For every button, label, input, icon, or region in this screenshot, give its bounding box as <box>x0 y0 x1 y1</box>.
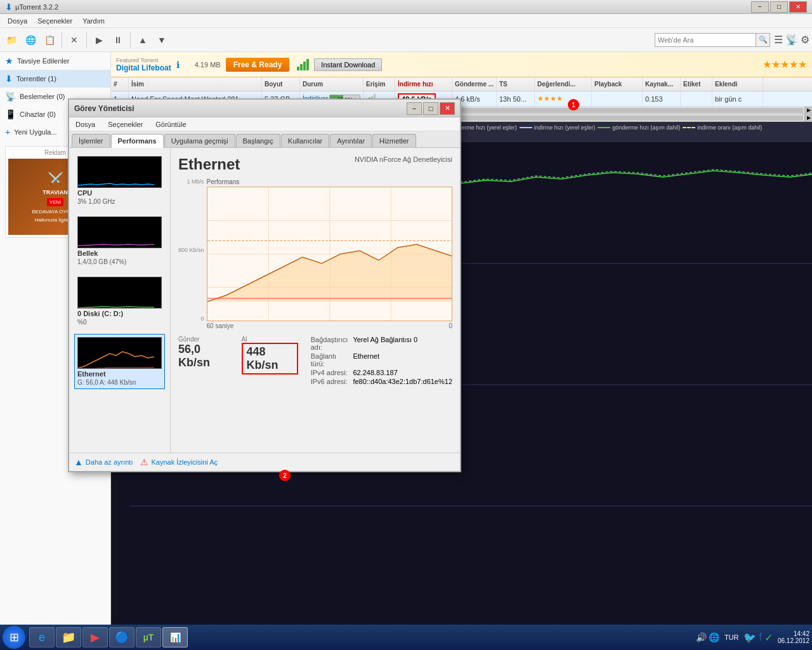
menu-item-yardim[interactable]: Yardım <box>77 16 110 26</box>
tray-icon-2[interactable]: 🌐 <box>709 632 719 642</box>
chrome-icon: 🔵 <box>115 630 129 644</box>
col-status[interactable]: Durum <box>300 77 363 91</box>
tm-minimize-button[interactable]: − <box>407 102 422 115</box>
tm-menu-secenekler[interactable]: Seçenekler <box>102 119 149 129</box>
tm-left-panel: CPU 3% 1,00 GHz Bellek 1,4/3,0 GB (47%) <box>69 148 171 453</box>
less-detail-label: Daha az ayrıntı <box>86 458 133 466</box>
col-ts[interactable]: TS <box>497 77 535 91</box>
utorrent-tray-icon[interactable]: ✓ <box>764 632 773 644</box>
rss-icon[interactable]: 📡 <box>785 34 798 46</box>
tm-tab-baslangic[interactable]: Başlangıç <box>236 134 280 147</box>
resource-icon: ⚠ <box>140 457 148 467</box>
separator-1 <box>62 32 62 48</box>
tm-tab-hizmetler[interactable]: Hizmetler <box>372 134 416 147</box>
close-button[interactable]: ✕ <box>789 1 807 13</box>
tm-resource-monitor-button[interactable]: ⚠ Kaynak İzleyicisini Aç <box>140 457 218 467</box>
col-source[interactable]: Kaynak... <box>643 77 681 91</box>
clock-display: 14:42 06.12.2012 <box>778 630 809 644</box>
tm-disk-item[interactable]: 0 Diski (C: D:) %0 <box>74 274 165 329</box>
adapter-name-val: Yerel Ağ Bağlantısı 0 <box>353 336 452 351</box>
adapter-name-key: Bağdaştırıcı adı: <box>311 336 348 351</box>
legend-item-7: indirme oranı (aşım dahil) <box>683 124 762 131</box>
tm-title: Görev Yöneticisi <box>74 104 134 113</box>
tm-tab-kullanicilar[interactable]: Kullanıcılar <box>281 134 329 147</box>
tm-eth-item[interactable]: Ethernet G: 56,0 A: 448 Kb/sn <box>74 334 165 389</box>
tm-close-button[interactable]: ✕ <box>440 102 455 115</box>
facebook-icon[interactable]: f <box>759 632 761 643</box>
clock-date: 06.12.2012 <box>778 637 809 644</box>
taskbar-chrome-button[interactable]: 🔵 <box>109 627 134 647</box>
info-icon[interactable]: ℹ <box>176 60 180 70</box>
list-view-icon[interactable]: ☰ <box>774 34 783 46</box>
col-num[interactable]: # <box>111 77 129 91</box>
settings-icon[interactable]: ⚙ <box>801 34 809 46</box>
menu-item-dosya[interactable]: Dosya <box>3 16 32 26</box>
scroll-right-arrow-2[interactable]: ▶ <box>804 114 812 122</box>
start-button[interactable]: ⊞ <box>3 626 25 649</box>
tm-cpu-value: 3% 1,00 GHz <box>77 198 162 205</box>
tm-cpu-item[interactable]: CPU 3% 1,00 GHz <box>74 153 165 208</box>
search-button[interactable]: 🔍 <box>756 33 770 47</box>
tm-mem-item[interactable]: Bellek 1,4/3,0 GB (47%) <box>74 213 165 269</box>
tm-send-value: 56,0 Kb/sn <box>178 343 229 369</box>
pause-button[interactable]: ⏸ <box>109 31 127 49</box>
twitter-icon[interactable]: 🐦 <box>743 632 756 644</box>
col-upload[interactable]: Gönderme ... <box>452 77 497 91</box>
taskbar-ie-button[interactable]: e <box>29 627 55 647</box>
tm-tab-islemler[interactable]: İşlemler <box>72 134 110 147</box>
sidebar-label-torrentler: Torrentler (1) <box>16 75 56 83</box>
tm-section-title: Ethernet <box>178 156 240 173</box>
tm-tabs: İşlemler Performans Uygulama geçmişi Baş… <box>69 131 460 148</box>
annotation-2: 2 <box>279 470 291 481</box>
y-mid: 800 Kb/sn <box>178 247 204 253</box>
tm-tab-ayrintilar[interactable]: Ayrıntılar <box>330 134 372 147</box>
col-label[interactable]: Etiket <box>681 77 712 91</box>
taskbar-folder-button[interactable]: 📁 <box>56 627 81 647</box>
row-label <box>681 91 712 106</box>
tm-right-panel: Ethernet NVIDIA nForce Ağ Denetleyicisi … <box>171 148 460 453</box>
taskbar-taskman-button[interactable]: 📊 <box>162 627 188 647</box>
tm-menu-dosya[interactable]: Dosya <box>69 119 102 129</box>
col-download[interactable]: İndirme hızı <box>395 77 452 91</box>
row-source: 0.153 <box>643 91 681 106</box>
tm-chart-section: 1 Mb/s 800 Kb/sn 0 Performans <box>178 178 452 331</box>
col-added[interactable]: Eklendi <box>712 77 763 91</box>
down-button[interactable]: ▼ <box>153 31 171 49</box>
remove-button[interactable]: ✕ <box>65 31 83 49</box>
sidebar-item-tavsiye[interactable]: ★ Tavsiye Edilenler <box>0 52 110 70</box>
sidebar-item-torrentler[interactable]: ⬇ Torrentler (1) <box>0 70 110 88</box>
tm-tab-performans[interactable]: Performans <box>111 134 164 148</box>
col-size[interactable]: Boyut <box>262 77 300 91</box>
legend-label-5: indirme hızı (yerel eşler) <box>534 124 596 131</box>
toolbar-icons-right: ☰ 📡 ⚙ <box>774 34 809 46</box>
tm-disk-label: 0 Diski (C: D:) <box>77 310 162 317</box>
col-access[interactable]: Erişim <box>363 77 395 91</box>
taskman-icon: 📊 <box>170 632 181 642</box>
add-torrent-button[interactable]: 📁 <box>3 31 20 49</box>
up-button[interactable]: ▲ <box>134 31 152 49</box>
tray-icon-1[interactable]: 🔊 <box>696 632 707 642</box>
search-input[interactable] <box>655 33 756 47</box>
menu-item-secenekler[interactable]: Seçenekler <box>32 16 77 26</box>
tm-tab-uygulama[interactable]: Uygulama geçmişi <box>164 134 235 147</box>
tm-maximize-button[interactable]: □ <box>423 102 438 115</box>
free-ready-button[interactable]: Free & Ready <box>226 58 290 72</box>
maximize-button[interactable]: □ <box>770 1 788 13</box>
taskbar-utorrent-button[interactable]: µT <box>136 627 161 647</box>
col-name[interactable]: İsim <box>129 77 262 91</box>
start-button[interactable]: ▶ <box>90 31 108 49</box>
instant-download-button[interactable]: Instant Download <box>314 58 382 71</box>
separator-3 <box>130 32 131 48</box>
featured-name[interactable]: Digital Lifeboat <box>116 63 171 72</box>
minimize-button[interactable]: − <box>751 1 769 13</box>
scroll-right-arrow[interactable]: ▶ <box>804 107 812 114</box>
ipv4-val: 62.248.83.187 <box>353 369 452 376</box>
col-rating[interactable]: Değerlendi... <box>535 77 592 91</box>
col-playback[interactable]: Playback <box>592 77 643 91</box>
taskbar-media-button[interactable]: ▶ <box>82 627 108 647</box>
tm-menu-goruntule[interactable]: Görüntüle <box>149 119 192 129</box>
add-url-button[interactable]: 🌐 <box>22 31 39 49</box>
tm-info-grid: Bağdaştırıcı adı: Yerel Ağ Bağlantısı 0 … <box>311 336 452 385</box>
tm-less-detail-button[interactable]: ▲ Daha az ayrıntı <box>74 457 133 467</box>
create-torrent-button[interactable]: 📋 <box>41 31 58 49</box>
